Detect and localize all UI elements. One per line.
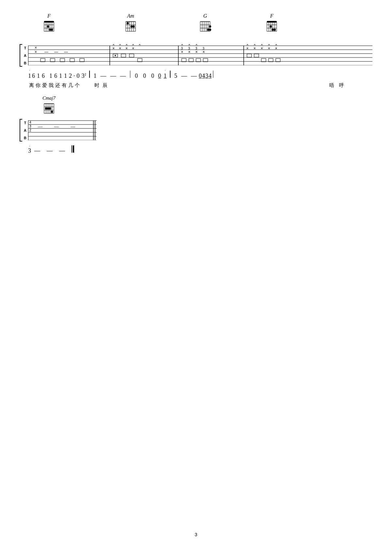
chord-f-1: F [42, 13, 56, 35]
svg-text:×: × [268, 46, 270, 51]
barline-4 [213, 71, 214, 78]
chord-name-g: G [203, 13, 207, 19]
chord-name-am: Am [127, 13, 134, 19]
svg-text:×: × [203, 50, 205, 54]
chord-f-2: F [265, 13, 278, 35]
left-bracket-2 [20, 119, 22, 141]
dot-after-2: · [74, 71, 75, 81]
note-2dot-below: 2 · [69, 73, 72, 79]
chord-g: G [199, 13, 212, 35]
tab-staff-section1: T A B × [20, 44, 372, 67]
svg-rect-50 [267, 21, 277, 23]
tab-label-1: T A B [23, 44, 27, 67]
chord-diagrams-row-1: F [20, 13, 372, 42]
svg-point-24 [127, 22, 129, 25]
lyric-hu: 呼 [336, 82, 346, 89]
section-2: Cmaj7 [20, 95, 372, 154]
dash-s2-2: — [47, 147, 53, 154]
page-number: 3 [195, 532, 197, 537]
svg-point-13 [51, 29, 53, 31]
dash-s2-3: — [59, 147, 65, 154]
chord-diagram-g [199, 19, 212, 35]
note-6b: 6 [42, 71, 45, 81]
svg-text:×: × [35, 45, 37, 50]
svg-point-25 [131, 25, 133, 28]
lyric-ge: 个 [74, 82, 80, 89]
svg-text:—: — [70, 124, 75, 129]
page: F [0, 0, 392, 547]
svg-text:×: × [119, 46, 121, 51]
chord-diagram-am [124, 19, 137, 35]
svg-rect-113 [247, 54, 252, 57]
svg-point-53 [274, 29, 276, 31]
dash-5: — [191, 71, 197, 81]
note-1b: 1 [37, 71, 40, 81]
tab-staff-section2: T A B 4 3 2 [20, 119, 372, 141]
lyric-you: 有 [61, 82, 67, 89]
svg-rect-114 [254, 54, 259, 57]
barline-3 [170, 71, 171, 78]
chord-name-cmaj7: Cmaj7 [42, 95, 56, 101]
svg-text:×: × [132, 46, 134, 51]
rest-0a: 0 [77, 71, 80, 81]
svg-text:×: × [253, 46, 256, 51]
note-6c: 6 [54, 71, 57, 81]
staff-area-2: 4 3 2 — — — [28, 119, 100, 141]
svg-rect-10 [44, 21, 54, 23]
lyric-line-1: 离 你 爱 我 还 有 几 个 时 辰 唔 呼 [28, 82, 372, 89]
svg-text:×: × [275, 46, 277, 51]
lyric-chen: 辰 [100, 82, 110, 89]
chord-cmaj7-container: Cmaj7 [42, 95, 372, 117]
note-group-0434: 0434 [199, 71, 212, 81]
lyric-ai: 爱 [41, 82, 48, 89]
chord-diagram-f1 [42, 19, 56, 35]
tab-svg-2: 4 3 2 — — — [28, 119, 97, 140]
tab-svg-1: × × — — — × × × × [28, 44, 372, 65]
notation-line-1: ·1 6 1 6 1 6 1 1 2 · · 0 32 [28, 71, 372, 81]
svg-point-52 [272, 29, 274, 31]
staff-area-1: × × — — — × × × × [28, 44, 372, 67]
svg-rect-84 [129, 54, 134, 57]
svg-point-26 [133, 25, 135, 28]
barline-2 [130, 71, 131, 78]
svg-text:×: × [112, 46, 115, 51]
svg-point-39 [209, 29, 211, 31]
svg-text:—: — [54, 124, 59, 129]
svg-rect-83 [121, 54, 126, 57]
svg-point-82 [115, 55, 116, 56]
dash-2: — [110, 71, 116, 81]
dash-1: — [101, 71, 106, 81]
final-barline [72, 145, 74, 153]
lyric-ni: 你 [35, 82, 41, 89]
note-5: 5 [174, 71, 177, 81]
svg-text:×: × [188, 44, 190, 47]
svg-text:—: — [44, 50, 48, 54]
svg-text:×: × [261, 46, 263, 51]
chord-diagram-cmaj7 [42, 101, 56, 117]
note-1c: 1 [49, 71, 52, 81]
svg-point-131 [49, 108, 51, 110]
svg-text:3: 3 [29, 124, 31, 128]
rest-0d: 0 [151, 71, 154, 81]
lyric-shi: 时 [93, 82, 100, 89]
note-1dot-ul: ·1 [164, 71, 167, 81]
svg-text:2: 2 [29, 128, 31, 132]
svg-text:×: × [246, 46, 249, 51]
chord-name-f2: F [270, 13, 273, 19]
svg-point-132 [51, 111, 53, 113]
svg-point-129 [45, 108, 47, 110]
lyric-li: 离 [28, 82, 35, 89]
lyric-hai: 还 [54, 82, 61, 89]
svg-point-37 [209, 25, 211, 28]
dash-4: — [181, 71, 187, 81]
svg-text:—: — [64, 50, 68, 54]
note-3-sup2: 32 [82, 71, 87, 81]
lyric-wo: 我 [48, 82, 54, 89]
chord-cmaj7: Cmaj7 [42, 95, 56, 117]
note-3dot-s2: ·3 [28, 147, 31, 154]
dash-s2-1: — [34, 147, 40, 154]
svg-point-51 [270, 25, 272, 28]
svg-text:—: — [54, 50, 58, 54]
notation-line-2: ·3 — — — [28, 145, 372, 154]
svg-point-12 [49, 29, 51, 31]
